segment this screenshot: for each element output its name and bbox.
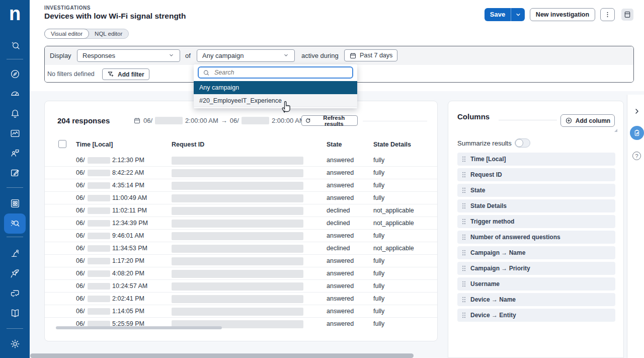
display-select[interactable]: Responses [77, 49, 180, 62]
resize-grip[interactable] [614, 129, 617, 132]
table-row[interactable]: 06/ 9:46:01 AM answered fully [45, 230, 437, 242]
column-list-item[interactable]: Trigger method [457, 215, 615, 228]
drag-handle-icon[interactable] [462, 265, 466, 272]
notes-button[interactable] [630, 126, 644, 140]
column-header-state[interactable]: State [327, 137, 342, 152]
column-header-request[interactable]: Request ID [172, 137, 204, 152]
tab-visual-editor[interactable]: Visual editor [44, 29, 89, 39]
table-row[interactable]: 06/ 4:35:14 PM answered fully [45, 179, 437, 192]
library-book-icon[interactable] [0, 307, 30, 319]
drag-handle-icon[interactable] [462, 202, 466, 209]
add-filter-button[interactable]: Add filter [102, 68, 149, 80]
sidebar-item-device-investigation[interactable] [4, 213, 26, 234]
page-horizontal-scrollbar[interactable] [30, 353, 414, 358]
drag-handle-icon[interactable] [462, 187, 466, 194]
chevron-down-icon [515, 11, 522, 18]
column-list-item[interactable]: Number of answered questions [457, 231, 615, 244]
redacted-request-id [172, 182, 303, 190]
nexthink-logo[interactable]: n [0, 2, 30, 26]
column-list-item[interactable]: Time [Local] [457, 153, 615, 166]
summarize-toggle[interactable] [515, 138, 530, 148]
drag-handle-icon[interactable] [462, 312, 466, 319]
settings-gear-icon[interactable] [0, 338, 30, 350]
bell-icon[interactable] [0, 108, 30, 120]
dropdown-option[interactable]: #20_EmployeeIT_Experience [194, 94, 357, 107]
table-row[interactable]: 06/ 12:34:39 PM declined not_applicable [45, 217, 437, 230]
column-list-item[interactable]: Campaign → Name [457, 246, 615, 259]
campaign-select[interactable]: Any campaign [197, 49, 295, 62]
column-list-item[interactable]: Username [457, 277, 615, 291]
search-input[interactable] [213, 68, 348, 77]
drag-handle-icon[interactable] [462, 218, 466, 225]
row-time: 2:02:41 PM [112, 293, 144, 305]
add-column-button[interactable]: Add column [560, 114, 615, 127]
table-row[interactable]: 06/ 2:02:41 PM answered fully [45, 293, 437, 305]
column-header-state-details[interactable]: State Details [373, 137, 411, 152]
help-button[interactable]: ? [632, 152, 641, 160]
row-state: answered [327, 305, 354, 318]
engage-people-icon[interactable] [0, 147, 30, 159]
table-row[interactable]: 06/ 1:17:20 PM answered fully [45, 255, 437, 267]
column-list-item[interactable]: Device → Entity [457, 309, 615, 322]
sidebar-divider [7, 328, 23, 329]
table-row[interactable]: 06/ 11:02:11 PM declined not_applicable [45, 204, 437, 217]
drag-handle-icon[interactable] [462, 234, 466, 241]
gauge-icon[interactable] [0, 88, 30, 100]
refresh-results-button[interactable]: Refresh results [301, 115, 358, 126]
column-item-label: Device → Name [470, 296, 516, 303]
row-state: declined [327, 242, 350, 255]
column-item-label: State Details [470, 202, 507, 209]
active-during-label: active during [301, 46, 339, 65]
column-header-time[interactable]: Time [Local] [76, 137, 113, 152]
table-row[interactable]: 06/ 10:24:57 AM answered fully [45, 280, 437, 293]
dropdown-option[interactable]: Any campaign [194, 81, 357, 94]
layout-panel-button[interactable] [621, 9, 633, 21]
calendar-icon [349, 52, 357, 59]
table-row[interactable]: 06/ 2:12:30 PM answered fully [45, 154, 437, 167]
table-row[interactable]: 06/ 11:34:53 PM declined not_applicable [45, 242, 437, 255]
table-row[interactable]: 06/ 11:00:49 AM answered fully [45, 192, 437, 204]
row-state: answered [327, 154, 354, 167]
table-body: 06/ 2:12:30 PM answered fully 06/ 8:42:2… [45, 154, 437, 328]
row-state-details: not_applicable [373, 204, 414, 217]
tab-nql-editor[interactable]: NQL editor [89, 29, 128, 38]
chart-frame-icon[interactable] [0, 127, 30, 139]
row-time: 11:00:49 AM [112, 192, 147, 204]
redacted-request-id [172, 157, 303, 165]
rocket-icon[interactable] [0, 267, 30, 279]
column-list-item[interactable]: State Details [457, 199, 615, 212]
display-select-value: Responses [83, 52, 115, 59]
redacted-date [88, 245, 110, 252]
new-investigation-button[interactable]: New investigation [530, 8, 595, 21]
automation-arm-icon[interactable] [0, 247, 30, 259]
table-row[interactable]: 06/ 1:14:05 PM answered fully [45, 305, 437, 318]
drag-handle-icon[interactable] [462, 249, 466, 256]
drag-handle-icon[interactable] [462, 296, 466, 303]
remote-action-note-icon[interactable] [0, 167, 30, 179]
table-row[interactable]: 06/ 4:08:20 PM answered fully [45, 267, 437, 280]
more-actions-button[interactable] [600, 8, 615, 21]
collapse-panel-button[interactable] [633, 107, 641, 115]
redacted-request-id [172, 169, 303, 177]
column-list-item[interactable]: Request ID [457, 168, 615, 181]
time-range-button[interactable]: Past 7 days [344, 49, 397, 61]
column-list-item[interactable]: Device → Name [457, 293, 615, 306]
drag-handle-icon[interactable] [462, 280, 466, 288]
chevron-right-icon [633, 107, 641, 115]
save-options-caret[interactable] [511, 8, 525, 21]
compass-icon[interactable] [0, 68, 30, 80]
drag-handle-icon[interactable] [462, 171, 466, 178]
row-time: 1:14:05 PM [112, 305, 144, 318]
save-button[interactable]: Save [485, 8, 511, 21]
table-horizontal-scrollbar[interactable] [56, 326, 222, 329]
drag-handle-icon[interactable] [462, 156, 466, 163]
column-list-item[interactable]: Campaign → Priority [457, 262, 615, 275]
feedback-chat-icon[interactable] [0, 288, 30, 300]
column-item-label: State [470, 187, 485, 194]
column-list-item[interactable]: State [457, 184, 615, 197]
row-time: 4:35:14 PM [112, 179, 144, 192]
table-row[interactable]: 06/ 8:42:22 AM answered fully [45, 167, 437, 179]
search-sparkle-icon[interactable] [0, 40, 30, 52]
apps-grid-icon[interactable] [0, 197, 30, 209]
dropdown-search[interactable] [198, 66, 353, 79]
